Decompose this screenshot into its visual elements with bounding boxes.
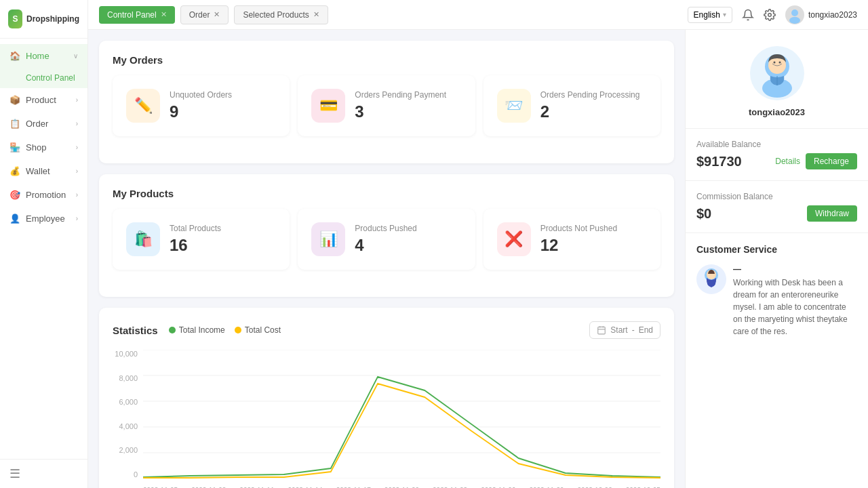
statistics-title: Statistics: [113, 325, 158, 336]
language-label: English: [694, 10, 720, 20]
svg-point-2: [789, 17, 800, 24]
language-selector[interactable]: English ▾: [688, 7, 732, 23]
date-range-picker[interactable]: Start - End: [589, 321, 660, 339]
my-orders-title: My Orders: [113, 54, 660, 66]
cs-message: Working with Desk has been a dream for a…: [733, 277, 857, 338]
products-pushed-label: Products Pushed: [355, 224, 416, 233]
product-icon: 📦: [9, 95, 20, 105]
app-name: Dropshipping: [26, 14, 79, 24]
unquoted-label: Unquoted Orders: [170, 90, 232, 100]
sidebar-item-shop[interactable]: 🏪 Shop ›: [0, 136, 87, 159]
sidebar-order-label: Order: [26, 119, 48, 129]
orders-cards-row: ✏️ Unquoted Orders 9 💳 Orders Pending Pa…: [113, 75, 660, 136]
products-pushed-value: 4: [355, 236, 416, 255]
stat-legend: Total Income Total Cost: [169, 325, 281, 335]
profile-username: tongxiao2023: [749, 107, 805, 117]
products-pushed-icon: 📊: [311, 222, 345, 256]
my-products-title: My Products: [113, 188, 660, 199]
stat-header: Statistics Total Income Total Cost: [113, 321, 660, 339]
x-axis: 2023-11-05 2023-11-08 2023-11-11 2023-11…: [143, 482, 660, 488]
my-orders-section: My Orders ✏️ Unquoted Orders 9 💳 Orders …: [99, 41, 674, 163]
y-axis: 10,000 8,000 6,000 4,000 2,000 0: [113, 350, 143, 479]
close-tab-order[interactable]: ✕: [214, 10, 220, 19]
balance-label: Available Balance: [696, 140, 857, 149]
commission-section: Commission Balance $0 Withdraw: [686, 181, 868, 233]
close-tab-selected-products[interactable]: ✕: [313, 10, 319, 19]
balance-actions: Details Recharge: [775, 153, 857, 169]
cs-agent-name: —: [733, 264, 857, 274]
sidebar-sub-control-panel[interactable]: Control Panel: [0, 68, 87, 88]
topbar: Control Panel ✕ Order ✕ Selected Product…: [88, 0, 868, 30]
sidebar: S Dropshipping 🏠 Home ∨ Control Panel 📦 …: [0, 0, 88, 488]
pending-payment-value: 3: [355, 102, 446, 121]
commission-label: Commission Balance: [696, 192, 857, 201]
statistics-section: Statistics Total Income Total Cost: [99, 308, 674, 488]
total-products-card: 🛍️ Total Products 16: [113, 209, 290, 270]
sidebar-item-order[interactable]: 📋 Order ›: [0, 112, 87, 136]
sidebar-product-label: Product: [26, 95, 56, 105]
svg-point-1: [791, 9, 798, 16]
user-avatar: [785, 5, 804, 24]
pending-payment-card: 💳 Orders Pending Payment 3: [298, 75, 475, 136]
sidebar-item-employee[interactable]: 👤 Employee ›: [0, 207, 87, 230]
recharge-button[interactable]: Recharge: [806, 153, 857, 169]
logo: S Dropshipping: [0, 0, 87, 39]
withdraw-button[interactable]: Withdraw: [807, 205, 857, 222]
main-content: My Orders ✏️ Unquoted Orders 9 💳 Orders …: [88, 30, 685, 488]
my-products-section: My Products 🛍️ Total Products 16 📊 Produ…: [99, 174, 674, 297]
svg-rect-3: [598, 327, 606, 334]
sidebar-item-wallet[interactable]: 💰 Wallet ›: [0, 159, 87, 183]
balance-section: Available Balance $91730 Details Recharg…: [686, 129, 868, 181]
close-tab-control-panel[interactable]: ✕: [161, 10, 167, 19]
pending-processing-label: Orders Pending Processing: [540, 90, 640, 100]
cs-title: Customer Service: [696, 244, 857, 255]
tab-control-panel[interactable]: Control Panel ✕: [99, 6, 175, 24]
balance-row: $91730 Details Recharge: [696, 153, 857, 169]
logo-icon: S: [8, 9, 22, 28]
svg-point-0: [768, 13, 772, 16]
chart-svg: [143, 350, 660, 479]
settings-icon[interactable]: [764, 9, 776, 21]
legend-income: Total Income: [169, 325, 225, 335]
details-button[interactable]: Details: [775, 153, 800, 169]
sidebar-employee-label: Employee: [26, 214, 65, 224]
products-not-pushed-label: Products Not Pushed: [540, 224, 617, 233]
cost-label: Total Cost: [245, 325, 281, 335]
topbar-right: English ▾ tongxiao2023: [688, 5, 857, 24]
chevron-right-icon: ›: [76, 215, 78, 222]
sidebar-item-home[interactable]: 🏠 Home ∨: [0, 44, 87, 68]
svg-point-17: [778, 62, 781, 64]
menu-icon[interactable]: ☰: [9, 467, 20, 481]
products-not-pushed-icon: ❌: [497, 222, 531, 256]
chevron-right-icon: ›: [76, 96, 78, 104]
unquoted-orders-card: ✏️ Unquoted Orders 9: [113, 75, 290, 136]
commission-value: $0: [696, 206, 711, 222]
notification-icon[interactable]: [742, 9, 754, 21]
shop-icon: 🏪: [9, 142, 20, 152]
income-dot: [169, 327, 176, 333]
legend-cost: Total Cost: [235, 325, 281, 335]
total-products-icon: 🛍️: [126, 222, 160, 256]
pending-processing-value: 2: [540, 102, 640, 121]
chevron-right-icon: ›: [76, 167, 78, 175]
employee-icon: 👤: [9, 214, 20, 224]
unquoted-value: 9: [170, 102, 232, 121]
user-info[interactable]: tongxiao2023: [785, 5, 857, 24]
order-icon: 📋: [9, 119, 20, 129]
cs-avatar: [696, 264, 726, 294]
user-profile: tongxiao2023: [686, 30, 868, 129]
products-pushed-card: 📊 Products Pushed 4: [298, 209, 475, 270]
sidebar-item-product[interactable]: 📦 Product ›: [0, 88, 87, 112]
chart-main: [143, 350, 660, 479]
chevron-down-icon: ▾: [723, 11, 726, 18]
products-not-pushed-value: 12: [540, 236, 617, 255]
sidebar-item-promotion[interactable]: 🎯 Promotion ›: [0, 183, 87, 207]
sidebar-home-label: Home: [26, 51, 50, 61]
pending-processing-icon: 📨: [497, 89, 531, 123]
pending-processing-card: 📨 Orders Pending Processing 2: [484, 75, 660, 136]
main-area: Control Panel ✕ Order ✕ Selected Product…: [88, 0, 868, 488]
chart-area: 10,000 8,000 6,000 4,000 2,000 0: [113, 350, 660, 488]
tab-selected-products[interactable]: Selected Products ✕: [234, 5, 328, 24]
tab-order[interactable]: Order ✕: [180, 5, 229, 24]
balance-value: $91730: [696, 154, 742, 169]
